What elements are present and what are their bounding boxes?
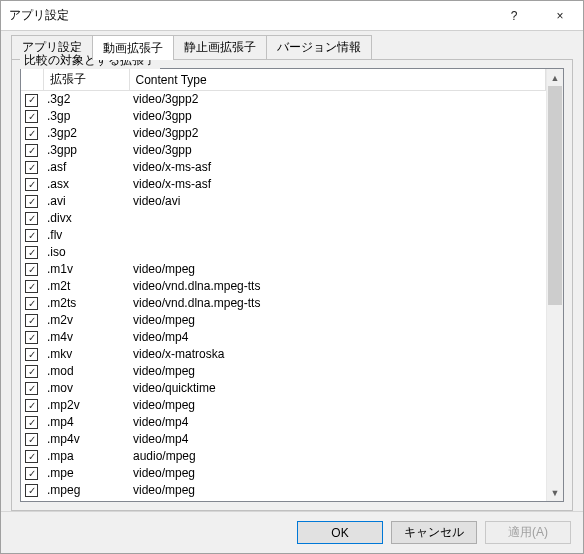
cell-content-type: video/3gpp2 — [129, 125, 546, 142]
cell-ext: .m2v — [43, 312, 129, 329]
extensions-listview[interactable]: 拡張子 Content Type ✓.3g2video/3gpp2✓.3gpvi… — [20, 68, 564, 502]
dialog-button-bar: OK キャンセル 適用(A) — [1, 511, 583, 553]
cell-ext: .m4v — [43, 329, 129, 346]
row-checkbox[interactable]: ✓ — [25, 246, 38, 259]
row-checkbox[interactable]: ✓ — [25, 178, 38, 191]
table-row[interactable]: ✓.mpegvideo/mpeg — [21, 482, 546, 499]
tab-version[interactable]: バージョン情報 — [266, 35, 372, 59]
row-checkbox[interactable]: ✓ — [25, 467, 38, 480]
table-row[interactable]: ✓.3g2video/3gpp2 — [21, 91, 546, 108]
close-button[interactable]: × — [537, 1, 583, 31]
cell-content-type: video/mpeg — [129, 312, 546, 329]
row-checkbox[interactable]: ✓ — [25, 263, 38, 276]
cell-content-type: video/mpeg — [129, 363, 546, 380]
cell-ext: .mp4v — [43, 431, 129, 448]
row-checkbox[interactable]: ✓ — [25, 110, 38, 123]
table-row[interactable]: ✓.m2tsvideo/vnd.dlna.mpeg-tts — [21, 295, 546, 312]
column-header-checkbox[interactable] — [21, 69, 43, 91]
tabstrip: アプリ設定 動画拡張子 静止画拡張子 バージョン情報 — [11, 37, 573, 59]
scroll-down-button[interactable]: ▼ — [547, 484, 563, 501]
row-checkbox[interactable]: ✓ — [25, 94, 38, 107]
cell-ext: .m2ts — [43, 295, 129, 312]
close-icon: × — [556, 9, 563, 23]
row-checkbox[interactable]: ✓ — [25, 127, 38, 140]
row-checkbox[interactable]: ✓ — [25, 280, 38, 293]
cell-content-type: video/mpeg — [129, 397, 546, 414]
cell-content-type: video/mpeg — [129, 482, 546, 499]
scroll-thumb[interactable] — [548, 86, 562, 305]
tab-label: 動画拡張子 — [103, 41, 163, 55]
cell-content-type: audio/mpeg — [129, 448, 546, 465]
row-checkbox[interactable]: ✓ — [25, 365, 38, 378]
cancel-button[interactable]: キャンセル — [391, 521, 477, 544]
chevron-down-icon: ▼ — [551, 488, 560, 498]
table-row[interactable]: ✓.asxvideo/x-ms-asf — [21, 176, 546, 193]
cell-content-type: video/mp4 — [129, 431, 546, 448]
table-row[interactable]: ✓.m2tvideo/vnd.dlna.mpeg-tts — [21, 278, 546, 295]
tab-video-ext[interactable]: 動画拡張子 — [92, 35, 174, 60]
row-checkbox[interactable]: ✓ — [25, 433, 38, 446]
row-checkbox[interactable]: ✓ — [25, 484, 38, 497]
table-row[interactable]: ✓.iso — [21, 244, 546, 261]
tab-label: 静止画拡張子 — [184, 40, 256, 54]
apply-button[interactable]: 適用(A) — [485, 521, 571, 544]
table-row[interactable]: ✓.mpaaudio/mpeg — [21, 448, 546, 465]
row-checkbox[interactable]: ✓ — [25, 348, 38, 361]
table-row[interactable]: ✓.m2vvideo/mpeg — [21, 312, 546, 329]
row-checkbox[interactable]: ✓ — [25, 314, 38, 327]
vertical-scrollbar[interactable]: ▲ ▼ — [546, 69, 563, 501]
cell-ext: .3gp — [43, 108, 129, 125]
column-header-ext[interactable]: 拡張子 — [43, 69, 129, 91]
row-checkbox[interactable]: ✓ — [25, 212, 38, 225]
cell-content-type: video/mpeg — [129, 261, 546, 278]
table-row[interactable]: ✓.asfvideo/x-ms-asf — [21, 159, 546, 176]
table-row[interactable]: ✓.mp2vvideo/mpeg — [21, 397, 546, 414]
table-row[interactable]: ✓.3gppvideo/3gpp — [21, 142, 546, 159]
help-button[interactable]: ? — [491, 1, 537, 31]
table-row[interactable]: ✓.flv — [21, 227, 546, 244]
tab-label: バージョン情報 — [277, 40, 361, 54]
row-checkbox[interactable]: ✓ — [25, 382, 38, 395]
table-row[interactable]: ✓.modvideo/mpeg — [21, 363, 546, 380]
table-row[interactable]: ✓.mp4video/mp4 — [21, 414, 546, 431]
cell-ext: .avi — [43, 193, 129, 210]
table-row[interactable]: ✓.mpevideo/mpeg — [21, 465, 546, 482]
table-row[interactable]: ✓.movvideo/quicktime — [21, 380, 546, 397]
table-row[interactable]: ✓.3gpvideo/3gpp — [21, 108, 546, 125]
cell-ext: .mp2v — [43, 397, 129, 414]
group-extensions: 比較の対象とする拡張子 拡張子 Content Type ✓.3g2video/… — [11, 59, 573, 511]
cell-content-type: video/x-ms-asf — [129, 176, 546, 193]
row-checkbox[interactable]: ✓ — [25, 416, 38, 429]
table-row[interactable]: ✓.avivideo/avi — [21, 193, 546, 210]
cell-ext: .3gp2 — [43, 125, 129, 142]
row-checkbox[interactable]: ✓ — [25, 161, 38, 174]
cell-content-type: video/3gpp — [129, 108, 546, 125]
row-checkbox[interactable]: ✓ — [25, 331, 38, 344]
cell-content-type: video/vnd.dlna.mpeg-tts — [129, 295, 546, 312]
row-checkbox[interactable]: ✓ — [25, 399, 38, 412]
row-checkbox[interactable]: ✓ — [25, 297, 38, 310]
row-checkbox[interactable]: ✓ — [25, 450, 38, 463]
table-row[interactable]: ✓.m1vvideo/mpeg — [21, 261, 546, 278]
cell-ext: .mpe — [43, 465, 129, 482]
table-row[interactable]: ✓.mkvvideo/x-matroska — [21, 346, 546, 363]
table-row[interactable]: ✓.3gp2video/3gpp2 — [21, 125, 546, 142]
row-checkbox[interactable]: ✓ — [25, 195, 38, 208]
table-row[interactable]: ✓.m4vvideo/mp4 — [21, 329, 546, 346]
column-header-content-type[interactable]: Content Type — [129, 69, 546, 91]
cell-content-type: video/x-ms-asf — [129, 159, 546, 176]
help-icon: ? — [511, 9, 518, 23]
tab-image-ext[interactable]: 静止画拡張子 — [173, 35, 267, 59]
row-checkbox[interactable]: ✓ — [25, 144, 38, 157]
row-checkbox[interactable]: ✓ — [25, 229, 38, 242]
scroll-track[interactable] — [547, 86, 563, 484]
table-row[interactable]: ✓.divx — [21, 210, 546, 227]
ok-button[interactable]: OK — [297, 521, 383, 544]
table-row[interactable]: ✓.mp4vvideo/mp4 — [21, 431, 546, 448]
scroll-up-button[interactable]: ▲ — [547, 69, 563, 86]
cell-content-type: video/mpeg — [129, 465, 546, 482]
client-area: アプリ設定 動画拡張子 静止画拡張子 バージョン情報 比較の対象とする拡張子 拡… — [1, 31, 583, 511]
cell-ext: .3g2 — [43, 91, 129, 108]
titlebar: アプリ設定 ? × — [1, 1, 583, 31]
cell-ext: .mpa — [43, 448, 129, 465]
